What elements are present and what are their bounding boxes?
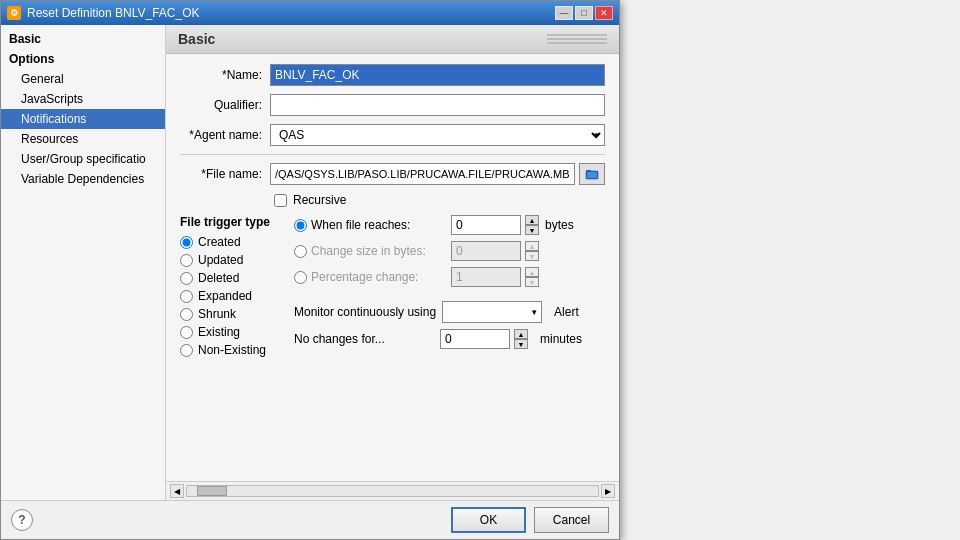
when-file-reaches-row: When file reaches: ▲ ▼ bytes [294,215,605,235]
sidebar-item-options[interactable]: Options [1,49,165,69]
agent-select[interactable]: QAS [270,124,605,146]
recursive-row: Recursive [180,193,605,207]
header-decoration [547,34,607,44]
sidebar-item-notifications[interactable]: Notifications [1,109,165,129]
main-content: Basic *Name: Quali [166,25,619,481]
action-buttons: OK Cancel [451,507,609,533]
when-file-reaches-spinner: ▲ ▼ [451,215,539,235]
section-header: Basic [166,25,619,54]
change-size-down: ▼ [525,251,539,261]
when-file-reaches-input[interactable] [451,215,521,235]
change-size-row: Change size in bytes: ▲ ▼ [294,241,605,261]
when-file-reaches-up[interactable]: ▲ [525,215,539,225]
sidebar: Basic Options General JavaScripts Notifi… [1,25,166,500]
percentage-radio[interactable] [294,271,307,284]
divider-1 [180,154,605,155]
no-changes-input[interactable] [440,329,510,349]
sidebar-item-basic[interactable]: Basic [1,29,165,49]
trigger-non-existing-label: Non-Existing [198,343,266,357]
when-file-reaches-radio[interactable] [294,219,307,232]
file-browse-button[interactable] [579,163,605,185]
no-changes-up[interactable]: ▲ [514,329,528,339]
percentage-input [451,267,521,287]
trigger-deleted-label: Deleted [198,271,239,285]
sidebar-item-variable-dep[interactable]: Variable Dependencies [1,169,165,189]
sidebar-item-javascripts[interactable]: JavaScripts [1,89,165,109]
trigger-deleted: Deleted [180,271,280,285]
title-bar: ⚙ Reset Definition BNLV_FAC_OK — □ ✕ [1,1,619,25]
trigger-created-label: Created [198,235,241,249]
scroll-right-arrow[interactable]: ▶ [601,484,615,498]
agent-label: *Agent name: [180,128,270,142]
trigger-shrunk: Shrunk [180,307,280,321]
no-changes-down[interactable]: ▼ [514,339,528,349]
file-trigger-section: File trigger type Created Updated [180,215,605,361]
form-area: *Name: Qualifier: *Agent name: QAS [166,54,619,371]
change-size-label: Change size in bytes: [311,244,451,258]
change-size-radio[interactable] [294,245,307,258]
name-input[interactable] [270,64,605,86]
trigger-expanded: Expanded [180,289,280,303]
folder-icon [585,167,599,181]
close-button[interactable]: ✕ [595,6,613,20]
trigger-right: When file reaches: ▲ ▼ bytes [294,215,605,361]
trigger-updated-label: Updated [198,253,243,267]
when-file-reaches-label: When file reaches: [311,218,451,232]
cancel-button[interactable]: Cancel [534,507,609,533]
no-changes-label: No changes for... [294,332,434,346]
scroll-left-arrow[interactable]: ◀ [170,484,184,498]
no-changes-row: No changes for... ▲ ▼ minutes [294,329,605,349]
trigger-expanded-radio[interactable] [180,290,193,303]
trigger-created: Created [180,235,280,249]
trigger-non-existing-radio[interactable] [180,344,193,357]
percentage-row: Percentage change: ▲ ▼ [294,267,605,287]
percentage-up: ▲ [525,267,539,277]
monitor-select[interactable] [442,301,542,323]
minimize-button[interactable]: — [555,6,573,20]
monitor-label: Monitor continuously using [294,305,436,319]
ok-button[interactable]: OK [451,507,526,533]
recursive-checkbox[interactable] [274,194,287,207]
when-file-reaches-suffix: bytes [545,218,574,232]
trigger-shrunk-radio[interactable] [180,308,193,321]
no-changes-spinner-btns: ▲ ▼ [514,329,528,349]
trigger-existing-radio[interactable] [180,326,193,339]
trigger-expanded-label: Expanded [198,289,252,303]
qualifier-row: Qualifier: [180,94,605,116]
trigger-existing-label: Existing [198,325,240,339]
percentage-spinner-btns: ▲ ▼ [525,267,539,287]
horizontal-scrollbar: ◀ ▶ [166,481,619,500]
title-bar-left: ⚙ Reset Definition BNLV_FAC_OK [7,6,200,20]
change-size-spinner-btns: ▲ ▼ [525,241,539,261]
file-row: *File name: [180,163,605,185]
change-size-up: ▲ [525,241,539,251]
trigger-updated-radio[interactable] [180,254,193,267]
trigger-left: File trigger type Created Updated [180,215,280,361]
sidebar-item-user-group[interactable]: User/Group specificatio [1,149,165,169]
name-row: *Name: [180,64,605,86]
qualifier-input[interactable] [270,94,605,116]
file-name-input[interactable] [270,163,575,185]
trigger-non-existing: Non-Existing [180,343,280,357]
when-file-reaches-down[interactable]: ▼ [525,225,539,235]
recursive-label: Recursive [293,193,346,207]
window-body: Basic Options General JavaScripts Notifi… [1,25,619,500]
trigger-updated: Updated [180,253,280,267]
maximize-button[interactable]: □ [575,6,593,20]
name-label: *Name: [180,68,270,82]
section-title: Basic [178,31,215,47]
scroll-track[interactable] [186,485,599,497]
trigger-deleted-radio[interactable] [180,272,193,285]
trigger-existing: Existing [180,325,280,339]
window-icon: ⚙ [7,6,21,20]
trigger-shrunk-label: Shrunk [198,307,236,321]
window-title: Reset Definition BNLV_FAC_OK [27,6,200,20]
sidebar-item-general[interactable]: General [1,69,165,89]
trigger-created-radio[interactable] [180,236,193,249]
sidebar-item-resources[interactable]: Resources [1,129,165,149]
help-button[interactable]: ? [11,509,33,531]
monitor-row: Monitor continuously using Alert [294,301,605,323]
scroll-thumb[interactable] [197,486,227,496]
percentage-down: ▼ [525,277,539,287]
no-changes-suffix: minutes [540,332,582,346]
